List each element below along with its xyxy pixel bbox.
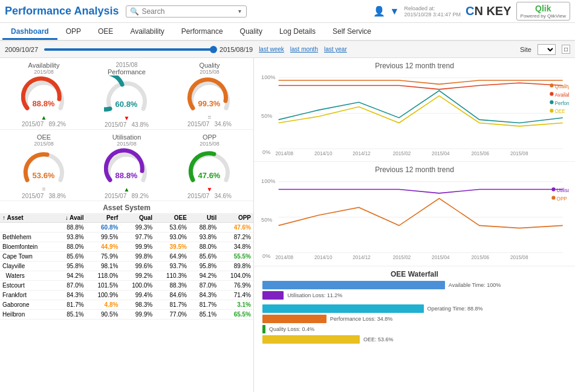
table-row[interactable]: Frankfort84.3%100.9%99.4%84.6%84.3%71.4% (0, 291, 253, 300)
asset-table: ↑ Asset ↓ Avail Perf Qual OEE Util OPP 8… (0, 213, 253, 320)
svg-text:2014/12: 2014/12 (352, 254, 371, 259)
svg-text:2015/08: 2015/08 (510, 254, 528, 259)
svg-text:53.6%: 53.6% (33, 171, 55, 180)
header: Performance Analysis 🔍 ▾ 👤 ▼ Reloaded at… (0, 0, 575, 23)
trend-svg-bottom: 100% 50% 0% 2014/08 2014/10 2014/12 2015… (260, 175, 569, 259)
trend-svg-top: 100% 50% 0% 2014/08 2014/10 2014/12 (260, 71, 569, 155)
svg-text:99.3%: 99.3% (198, 99, 221, 108)
gauge-availability: 88.8% (21, 75, 67, 114)
tab-log-details[interactable]: Log Details (271, 25, 324, 40)
svg-text:0%: 0% (262, 252, 271, 259)
kpi-opp: OPP 2015/08 47.6% ▼ 2015/07 34.6% (168, 133, 251, 199)
date-range-slider[interactable] (44, 48, 213, 51)
svg-text:50%: 50% (261, 216, 273, 223)
date-start-label: 2009/10/27 (5, 46, 38, 53)
col-perf[interactable]: Perf (86, 213, 121, 223)
table-row[interactable]: Bloemfontein88.0%44.9%99.9%39.5%88.0%34.… (0, 242, 253, 252)
svg-text:50%: 50% (261, 112, 273, 119)
tab-quality[interactable]: Quality (232, 25, 271, 40)
waterfall-bars: Available Time: 100% Utilisation Loss: 1… (260, 281, 569, 344)
asset-table-title: Asset System (0, 201, 253, 213)
kpi-oee-title: OEE (37, 133, 51, 141)
tab-oee[interactable]: OEE (89, 25, 122, 40)
search-dropdown-arrow[interactable]: ▾ (238, 8, 241, 14)
trend-chart-bottom: Previous 12 month trend 100% 50% 0% 2014… (254, 162, 575, 266)
table-row[interactable]: Gaborone81.7%4.8%98.3%81.7%81.7%3.1% (0, 300, 253, 310)
kpi-quality: Quality 2015/08 99.3% = 2015/07 34.6% (168, 62, 251, 128)
search-box[interactable]: 🔍 ▾ (126, 5, 247, 18)
kpi-availability: Availability 2015/08 88.8% ▲ 2015/07 89.… (2, 62, 85, 128)
quick-filter-last-month[interactable]: last month (290, 46, 318, 53)
table-row[interactable]: Estcourt87.0%101.5%100.0%88.3%87.0%76.9% (0, 281, 253, 291)
svg-text:2015/02: 2015/02 (393, 150, 411, 155)
site-label: Site (520, 46, 531, 53)
table-row[interactable]: Clayville95.8%98.1%99.6%93.7%95.8%89.8% (0, 262, 253, 271)
wf-performance-loss: Performance Loss: 34.8% (262, 315, 567, 323)
col-qual[interactable]: Qual (120, 213, 155, 223)
svg-point-25 (550, 109, 553, 112)
table-row[interactable]: Waters94.2%118.0%99.2%110.3%94.2%104.0% (0, 271, 253, 281)
search-input[interactable] (141, 7, 238, 16)
svg-point-19 (550, 83, 553, 87)
svg-text:Quality: Quality (554, 83, 569, 89)
svg-text:OEE: OEE (554, 108, 565, 114)
wf-available-time: Available Time: 100% (262, 281, 567, 289)
expand-icon[interactable]: □ (562, 45, 570, 54)
svg-text:Availability: Availability (554, 92, 569, 98)
svg-text:2015/04: 2015/04 (432, 254, 450, 259)
table-row[interactable]: Cape Town85.6%75.9%99.8%64.9%85.6%55.5% (0, 252, 253, 262)
svg-point-43 (551, 196, 555, 200)
gauge-quality: 99.3% (187, 75, 232, 114)
table-row[interactable]: Heilbron85.1%90.5%99.9%77.0%85.1%65.5% (0, 310, 253, 320)
kpi-oee: OEE 2015/08 53.6% = 2015/07 38.8% (2, 133, 85, 199)
nav-tabs: Dashboard OPP OEE Availability Performan… (0, 23, 575, 41)
svg-text:2015/06: 2015/06 (472, 254, 490, 259)
gauge-oee: 53.6% (21, 147, 67, 186)
gauge-performance: 60.8% (104, 76, 149, 115)
tab-self-service[interactable]: Self Service (324, 25, 380, 40)
svg-text:2015/08: 2015/08 (510, 150, 528, 155)
svg-text:0%: 0% (262, 149, 271, 155)
tab-dashboard[interactable]: Dashboard (2, 25, 57, 40)
trend-chart-top: Previous 12 month trend 100% 50% 0% (254, 58, 575, 162)
main-content: Availability 2015/08 88.8% ▲ 2015/07 89.… (0, 58, 575, 392)
date-end-label: 2015/08/19 (219, 46, 253, 53)
tab-performance[interactable]: Performance (173, 25, 232, 40)
kpi-opp-title: OPP (203, 133, 216, 141)
tab-opp[interactable]: OPP (57, 25, 89, 40)
quick-filter-last-year[interactable]: last year (324, 46, 347, 53)
col-avail[interactable]: ↓ Avail (54, 213, 86, 223)
right-panel: Previous 12 month trend 100% 50% 0% (254, 58, 575, 392)
table-row[interactable]: Bethlehem93.8%99.5%97.7%93.0%93.8%87.2% (0, 233, 253, 242)
svg-text:2014/10: 2014/10 (314, 254, 333, 259)
svg-text:Utilisation: Utilisation (557, 187, 569, 193)
svg-text:60.8%: 60.8% (115, 100, 138, 109)
col-oee[interactable]: OEE (155, 213, 189, 223)
svg-text:2015/06: 2015/06 (472, 150, 490, 155)
gauge-opp: 47.6% (187, 147, 232, 186)
trend-bottom-title: Previous 12 month trend (260, 165, 569, 174)
waterfall-section: OEE Waterfall Available Time: 100% Utili… (254, 266, 575, 392)
wf-quality-loss: Quality Loss: 0.4% (262, 325, 567, 333)
wf-oee: OEE: 53.6% (262, 335, 567, 344)
col-util[interactable]: Util (189, 213, 219, 223)
svg-text:47.6%: 47.6% (198, 171, 221, 180)
filter-icon[interactable]: ▼ (390, 6, 400, 17)
person-icon[interactable]: 👤 (373, 5, 385, 17)
svg-text:Performance: Performance (554, 100, 569, 106)
col-asset[interactable]: ↑ Asset (0, 213, 54, 223)
reloaded-label: Reloaded at: 2015/10/28 3:41:47 PM (404, 5, 461, 18)
header-right: 👤 ▼ Reloaded at: 2015/10/28 3:41:47 PM C… (373, 2, 570, 21)
kpi-top-row: Availability 2015/08 88.8% ▲ 2015/07 89.… (0, 58, 253, 130)
col-opp[interactable]: OPP (219, 213, 253, 223)
quick-filter-last-week[interactable]: last week (259, 46, 284, 53)
kpi-utilisation-title: Utilisation (112, 133, 141, 141)
gauge-utilisation: 88.8% (104, 147, 149, 186)
svg-text:2015/04: 2015/04 (432, 150, 450, 155)
tab-availability[interactable]: Availability (122, 25, 172, 40)
kpi-quality-title: Quality (199, 62, 219, 69)
kpi-performance: 2015/08 Performance 60.8% ▼ 2015/07 43.8… (85, 62, 168, 128)
left-panel: Availability 2015/08 88.8% ▲ 2015/07 89.… (0, 58, 254, 392)
site-dropdown[interactable] (538, 44, 556, 55)
kpi-bottom-row: OEE 2015/08 53.6% = 2015/07 38.8% Utilis… (0, 130, 253, 201)
